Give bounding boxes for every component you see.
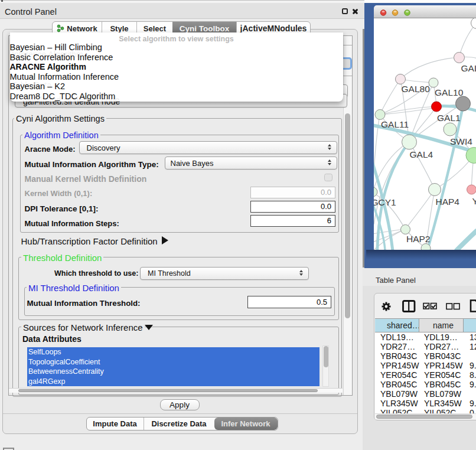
svg-text:GAL11: GAL11 [381, 119, 409, 129]
svg-text:HAP2: HAP2 [406, 234, 431, 244]
svg-text:GAL7: GAL7 [461, 63, 476, 73]
svg-text:Y: Y [472, 196, 476, 206]
svg-text:GAL1: GAL1 [437, 113, 461, 123]
svg-text:SWI4: SWI4 [450, 136, 472, 146]
svg-text:GAL4: GAL4 [410, 149, 433, 159]
svg-text:HAP4: HAP4 [436, 197, 460, 207]
svg-text:GAL80: GAL80 [402, 84, 431, 94]
svg-text:GCY1: GCY1 [374, 197, 396, 207]
svg-text:GAL10: GAL10 [435, 87, 464, 97]
